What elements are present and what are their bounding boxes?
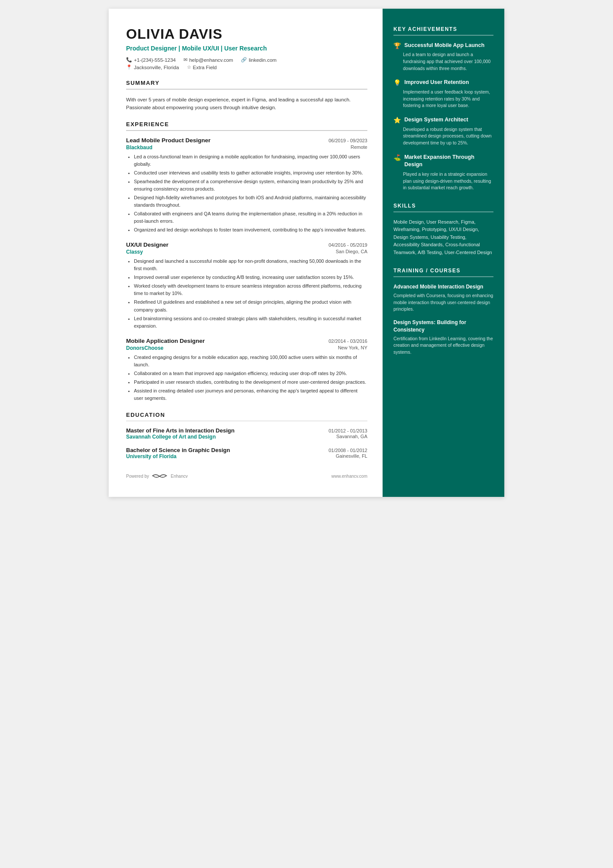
right-column: KEY ACHIEVEMENTS 🏆 Successful Mobile App… — [383, 9, 504, 497]
extra-field-contact: ☆ Extra Field — [187, 64, 217, 70]
edu-1-school: Savannah College of Art and Design — [126, 434, 216, 440]
achievement-1: 🏆 Successful Mobile App Launch Led a tea… — [393, 42, 493, 72]
list-item: Improved overall user experience by cond… — [134, 274, 367, 281]
job-1-dates: 06/2019 - 09/2023 — [329, 138, 367, 143]
skills-section: SKILLS Mobile Design, User Research, Fig… — [393, 203, 493, 256]
training-1: Advanced Mobile Interaction Design Compl… — [393, 283, 493, 313]
training-2-desc: Certification from LinkedIn Learning, co… — [393, 335, 493, 356]
experience-title: EXPERIENCE — [126, 121, 367, 127]
education-title: EDUCATION — [126, 412, 367, 418]
brand-name: Enhancv — [171, 474, 188, 479]
email-icon: ✉ — [183, 57, 187, 63]
job-3-subheader: DonorsChoose New York, NY — [126, 345, 367, 351]
achievements-title: KEY ACHIEVEMENTS — [393, 26, 493, 32]
linkedin-icon: 🔗 — [241, 57, 247, 63]
summary-section: SUMMARY With over 5 years of mobile desi… — [126, 80, 367, 111]
list-item: Created engaging designs for a mobile ed… — [134, 354, 367, 369]
job-2-dates: 04/2016 - 05/2019 — [329, 242, 367, 248]
list-item: Led a cross-functional team in designing… — [134, 153, 367, 168]
trophy-icon: 🏆 — [393, 42, 401, 49]
edu-1-header: Master of Fine Arts in Interaction Desig… — [126, 427, 367, 434]
edu-2-degree: Bachelor of Science in Graphic Design — [126, 447, 230, 453]
training-section: TRAINING / COURSES Advanced Mobile Inter… — [393, 268, 493, 355]
job-2: UX/UI Designer 04/2016 - 05/2019 Classy … — [126, 241, 367, 329]
list-item: Worked closely with development teams to… — [134, 282, 367, 297]
edu-1-subheader: Savannah College of Art and Design Savan… — [126, 434, 367, 440]
contact-row-2: 📍 Jacksonville, Florida ☆ Extra Field — [126, 64, 367, 70]
list-item: Spearheaded the development of a compreh… — [134, 178, 367, 193]
job-1-subheader: Blackbaud Remote — [126, 144, 367, 151]
footer-brand: Powered by Enhancv — [126, 473, 188, 479]
list-item: Led brainstorming sessions and co-create… — [134, 315, 367, 330]
experience-section: EXPERIENCE Lead Mobile Product Designer … — [126, 121, 367, 402]
list-item: Participated in user research studies, c… — [134, 379, 367, 386]
list-item: Designed and launched a successful mobil… — [134, 258, 367, 272]
achievement-2: 💡 Improved User Retention Implemented a … — [393, 79, 493, 109]
job-2-subheader: Classy San Diego, CA — [126, 249, 367, 255]
list-item: Redefined UI guidelines and established … — [134, 298, 367, 313]
bulb-icon: 💡 — [393, 79, 401, 86]
resume-container: OLIVIA DAVIS Product Designer | Mobile U… — [109, 9, 504, 497]
edu-2-school: University of Florida — [126, 453, 177, 459]
job-3: Mobile Application Designer 02/2014 - 03… — [126, 338, 367, 402]
extra-field-text: Extra Field — [193, 65, 217, 70]
achievement-3-desc: Developed a robust design system that st… — [393, 126, 493, 147]
achievement-2-header: 💡 Improved User Retention — [393, 79, 493, 87]
achievement-3: ⭐ Design System Architect Developed a ro… — [393, 116, 493, 147]
achievement-1-desc: Led a team to design and launch a fundra… — [393, 51, 493, 72]
job-3-header: Mobile Application Designer 02/2014 - 03… — [126, 338, 367, 344]
footer-website: www.enhancv.com — [331, 474, 367, 479]
achievement-2-title: Improved User Retention — [404, 79, 469, 87]
achievement-1-header: 🏆 Successful Mobile App Launch — [393, 42, 493, 50]
achievement-4-desc: Played a key role in a strategic expansi… — [393, 171, 493, 191]
edu-2-header: Bachelor of Science in Graphic Design 01… — [126, 447, 367, 453]
phone-contact: 📞 +1-(234)-555-1234 — [126, 57, 176, 63]
email-contact: ✉ help@enhancv.com — [183, 57, 233, 63]
job-1-header: Lead Mobile Product Designer 06/2019 - 0… — [126, 137, 367, 144]
star-icon: ☆ — [187, 64, 191, 70]
job-3-dates: 02/2014 - 03/2016 — [329, 338, 367, 344]
list-item: Assisted in creating detailed user journ… — [134, 387, 367, 402]
achievement-2-desc: Implemented a user feedback loop system,… — [393, 89, 493, 109]
phone-icon: 📞 — [126, 57, 132, 63]
list-item: Designed high-fidelity wireframes and pr… — [134, 194, 367, 209]
achievement-3-header: ⭐ Design System Architect — [393, 116, 493, 124]
job-1-title: Lead Mobile Product Designer — [126, 137, 210, 144]
skills-text: Mobile Design, User Research, Figma, Wir… — [393, 218, 493, 257]
edu-2-dates: 01/2008 - 01/2012 — [329, 448, 367, 453]
skills-title: SKILLS — [393, 203, 493, 209]
linkedin-url: linkedin.com — [249, 57, 277, 63]
job-3-location: New York, NY — [338, 345, 367, 351]
achievement-4-title: Market Expansion Through Design — [404, 154, 493, 169]
training-1-title: Advanced Mobile Interaction Design — [393, 283, 493, 291]
job-1-bullets: Led a cross-functional team in designing… — [126, 153, 367, 234]
list-item: Conducted user interviews and usability … — [134, 169, 367, 177]
candidate-title: Product Designer | Mobile UX/UI | User R… — [126, 45, 367, 52]
job-2-bullets: Designed and launched a successful mobil… — [126, 258, 367, 329]
job-2-location: San Diego, CA — [336, 249, 367, 255]
contact-row-1: 📞 +1-(234)-555-1234 ✉ help@enhancv.com 🔗… — [126, 57, 367, 63]
edu-2-subheader: University of Florida Gainesville, FL — [126, 453, 367, 459]
job-1-location: Remote — [350, 144, 367, 151]
edu-1-location: Savannah, GA — [336, 434, 367, 440]
job-2-header: UX/UI Designer 04/2016 - 05/2019 — [126, 241, 367, 248]
training-divider — [393, 276, 493, 277]
experience-divider — [126, 130, 367, 131]
flag-icon: ⛳ — [393, 154, 401, 161]
edu-1-dates: 01/2012 - 01/2013 — [329, 428, 367, 433]
edu-2-location: Gainesville, FL — [336, 453, 367, 459]
linkedin-contact: 🔗 linkedin.com — [241, 57, 277, 63]
job-2-company: Classy — [126, 249, 143, 255]
list-item: Collaborated with engineers and QA teams… — [134, 210, 367, 225]
training-2: Design Systems: Building for Consistency… — [393, 319, 493, 356]
summary-text: With over 5 years of mobile design exper… — [126, 96, 367, 112]
achievement-1-title: Successful Mobile App Launch — [404, 42, 484, 50]
edu-1: Master of Fine Arts in Interaction Desig… — [126, 427, 367, 440]
list-item: Organized and led design workshops to fo… — [134, 226, 367, 234]
achievement-3-title: Design System Architect — [404, 116, 468, 124]
star-achievement-icon: ⭐ — [393, 117, 401, 124]
enhancv-logo-icon — [151, 473, 169, 479]
education-section: EDUCATION Master of Fine Arts in Interac… — [126, 412, 367, 460]
job-1-company: Blackbaud — [126, 144, 153, 151]
phone-number: +1-(234)-555-1234 — [134, 57, 176, 63]
